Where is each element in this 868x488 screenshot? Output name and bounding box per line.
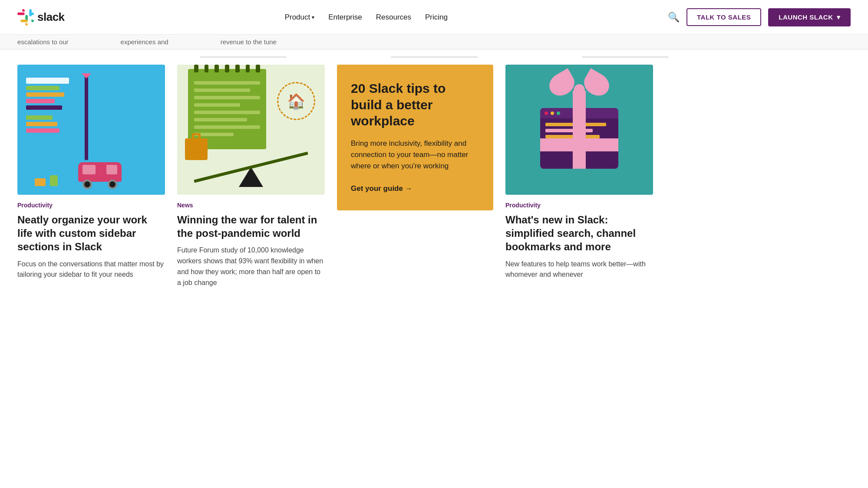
- divider-3: [582, 56, 669, 58]
- search-button[interactable]: 🔍: [668, 12, 680, 23]
- nav-pricing[interactable]: Pricing: [425, 13, 448, 22]
- nav-product[interactable]: Product ▾: [285, 13, 315, 22]
- talent-card-category: News: [177, 202, 325, 209]
- banner-item-2: experiences and: [121, 38, 168, 46]
- cards-grid: Productivity Neatly organize your work l…: [17, 65, 851, 288]
- logo-text: slack: [37, 10, 65, 24]
- gift-box: [540, 91, 618, 169]
- tips-card-image: 20 Slack tips to build a better workplac…: [337, 65, 493, 210]
- sidebar-card-desc: Focus on the conversations that matter m…: [17, 259, 165, 281]
- nav-enterprise[interactable]: Enterprise: [328, 13, 362, 22]
- top-banner: escalations to our experiences and reven…: [0, 35, 868, 49]
- briefcase: [185, 133, 208, 160]
- notebook-lines: [194, 81, 260, 136]
- chevron-down-icon: ▾: [837, 13, 841, 21]
- logo[interactable]: slack: [17, 9, 65, 26]
- tips-card[interactable]: 20 Slack tips to build a better workplac…: [337, 65, 493, 217]
- tips-card-desc: Bring more inclusivity, flexibility and …: [351, 138, 479, 172]
- banner-item-3: revenue to the tune: [221, 38, 277, 46]
- talent-card-image: 🏠: [177, 65, 325, 195]
- car: [78, 162, 122, 182]
- whats-new-card-title: What's new in Slack: simplified search, …: [505, 213, 653, 254]
- dot-yellow: [551, 111, 554, 115]
- nav-links: Product ▾ Enterprise Resources Pricing: [285, 13, 448, 22]
- dot-red: [545, 111, 548, 115]
- sidebar-card-title: Neatly organize your work life with cust…: [17, 213, 165, 254]
- whats-new-card-image: [505, 65, 653, 195]
- nav-actions: 🔍 TALK TO SALES LAUNCH SLACK ▾: [668, 8, 851, 26]
- gift-illustration: [505, 65, 653, 195]
- tips-card-cta[interactable]: Get your guide →: [351, 184, 479, 193]
- talent-card-desc: Future Forum study of 10,000 knowledge w…: [177, 245, 325, 288]
- ribbon-vertical: [573, 91, 586, 169]
- talk-to-sales-button[interactable]: TALK TO SALES: [686, 8, 761, 26]
- tips-card-title: 20 Slack tips to build a better workplac…: [351, 80, 479, 129]
- dot-green: [557, 111, 560, 115]
- whats-new-card[interactable]: Productivity What's new in Slack: simpli…: [505, 65, 653, 280]
- block1: [35, 178, 46, 186]
- notebook-rings: [188, 65, 266, 72]
- sidebar-illustration: [17, 65, 165, 195]
- scale-illustration: 🏠: [177, 65, 325, 195]
- house-circle: 🏠: [277, 82, 315, 120]
- pole: [85, 73, 88, 160]
- sidebar-card[interactable]: Productivity Neatly organize your work l…: [17, 65, 165, 280]
- block2: [50, 175, 58, 186]
- launch-slack-button[interactable]: LAUNCH SLACK ▾: [768, 8, 851, 26]
- pencil-tip: [82, 73, 91, 79]
- whats-new-card-category: Productivity: [505, 202, 653, 209]
- talent-card[interactable]: 🏠 News Winning the war for talent in the…: [177, 65, 325, 288]
- chevron-down-icon: ▾: [312, 14, 314, 20]
- whats-new-card-desc: New features to help teams work better—w…: [505, 259, 653, 281]
- nav-resources[interactable]: Resources: [376, 13, 411, 22]
- divider-1: [200, 56, 287, 58]
- slack-logo-icon: [17, 9, 34, 26]
- sidebar-card-category: Productivity: [17, 202, 165, 209]
- section-dividers: [0, 49, 868, 65]
- sidebar-strips: [26, 78, 74, 133]
- banner-item-1: escalations to our: [17, 38, 69, 46]
- talent-card-title: Winning the war for talent in the post-p…: [177, 213, 325, 240]
- navbar: slack Product ▾ Enterprise Resources Pri…: [0, 0, 868, 35]
- sidebar-card-image: [17, 65, 165, 195]
- main-content: Productivity Neatly organize your work l…: [0, 65, 868, 306]
- divider-2: [391, 56, 478, 58]
